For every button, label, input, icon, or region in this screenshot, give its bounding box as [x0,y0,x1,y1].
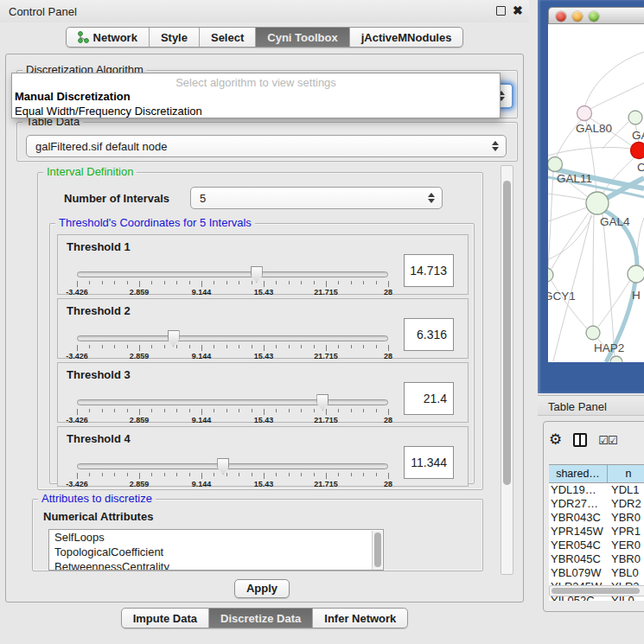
threshold-1-slider-track[interactable] [77,271,388,277]
network-node[interactable] [610,356,622,362]
slider-tick-label: -3.426 [66,480,88,488]
tab-network[interactable]: Network [67,28,150,47]
slider-tick [376,281,377,284]
tab-jactivemnodules[interactable]: jActiveMNodules [350,28,463,47]
slider-tick [114,345,115,348]
table-row[interactable]: YDL19…YDL1 [549,483,644,497]
cell-name[interactable]: YDL1 [608,483,644,497]
column-header-name[interactable]: n [608,465,644,482]
threshold-1-value-field[interactable]: 14.713 [404,254,454,287]
slider-tick [102,473,103,476]
network-node[interactable] [548,268,553,282]
float-window-icon[interactable] [496,6,506,16]
list-item[interactable]: BetweennessCentrality [49,559,383,571]
node-label: GAL11 [557,172,592,185]
numerical-attributes-label: Numerical Attributes [43,510,153,523]
slider-tick [226,281,227,284]
tab-impute-data[interactable]: Impute Data [122,609,209,628]
slider-tick [239,409,239,412]
threshold-2-value-field[interactable]: 6.316 [404,318,454,351]
slider-tick [214,473,214,476]
slider-tick [301,409,302,412]
slider-tick [189,345,190,348]
cell-shared-name[interactable]: YBL079W [549,566,608,580]
cell-shared-name[interactable]: YDR27… [549,497,608,511]
settings-scrollbar-thumb[interactable] [503,181,511,485]
tab-style[interactable]: Style [150,28,200,47]
minimize-traffic-light-icon[interactable] [572,11,583,22]
gear-icon[interactable]: ⚙ [549,432,562,448]
slider-tick-label: 21.715 [314,480,338,488]
table-row[interactable]: YDR27…YDR2 [549,497,644,511]
attributes-scrollbar-thumb[interactable] [374,532,381,567]
algorithm-hint-option[interactable]: Select algorithm to view settings [12,73,500,89]
number-of-intervals-combobox[interactable]: 5 [190,187,443,209]
network-node[interactable] [577,106,592,121]
node-label: GCY1 [548,290,576,303]
cell-name[interactable]: YPR1 [608,525,644,539]
table-row[interactable]: YER054CYER0 [549,539,644,552]
table-row[interactable]: YBR045CYBR0 [549,552,644,566]
algorithm-option-equal-width[interactable]: Equal Width/Frequency Discretization [12,104,500,118]
slider-tick [289,409,290,412]
cell-name[interactable]: YBL0 [608,566,644,580]
list-item[interactable]: SelfLoops [49,530,383,545]
slider-tick [102,345,103,348]
table-row[interactable]: YBR043CYBR0 [549,511,644,525]
cell-shared-name[interactable]: YDL19… [549,483,608,497]
table-horizontal-scrollbar[interactable] [549,585,644,596]
number-of-intervals-value: 5 [200,192,206,205]
cell-shared-name[interactable]: YER054C [549,539,608,552]
cell-name[interactable]: YDR2 [608,497,644,511]
network-graph: GAL80GACGAL11GAL4GCY1HHAP2 [548,24,644,362]
slider-tick-label: -3.426 [66,352,88,360]
select-columns-icon[interactable]: ☑☑ [598,434,616,447]
network-node[interactable] [586,326,600,340]
threshold-3-slider-track[interactable] [77,399,388,405]
attributes-scrollbar[interactable] [372,531,382,571]
network-node[interactable] [586,192,609,214]
tab-infer-network[interactable]: Infer Network [313,609,407,628]
network-node[interactable] [628,111,642,124]
threshold-4-value-field[interactable]: 11.344 [404,446,454,479]
slider-tick [102,409,103,412]
column-header-shared-name[interactable]: shared… [549,465,608,482]
threshold-3-value-field[interactable]: 21.4 [404,382,454,415]
table-row[interactable]: YBL079WYBL0 [549,566,644,580]
algorithm-option-manual[interactable]: Manual Discretization [12,89,500,104]
list-item[interactable]: TopologicalCoefficient [49,545,383,559]
slider-tick [102,281,103,284]
apply-button[interactable]: Apply [234,579,290,598]
cell-shared-name[interactable]: YPR145W [549,525,608,539]
table-rows: YDL19…YDL1YDR27…YDR2YBR043CYBR0YPR145WYP… [549,483,644,601]
threshold-4-slider-track[interactable] [77,463,388,469]
close-traffic-light-icon[interactable] [556,11,566,22]
table-panel: ⚙ ☑☑ shared… n YDL19…YDL1YDR27…YDR2YBR04… [543,421,644,612]
zoom-traffic-light-icon[interactable] [589,11,599,22]
slider-tick [89,281,90,284]
cell-name[interactable]: YBR0 [608,552,644,566]
tab-cyni-toolbox[interactable]: Cyni Toolbox [256,28,349,47]
network-canvas[interactable]: GAL80GACGAL11GAL4GCY1HHAP2 [548,24,644,362]
network-node[interactable] [548,157,563,172]
cell-shared-name[interactable]: YBR043C [549,511,608,525]
slider-tick [376,473,377,476]
table-hscrollbar-thumb[interactable] [552,588,640,594]
tab-select[interactable]: Select [200,28,256,47]
tab-discretize-data[interactable]: Discretize Data [209,609,313,628]
cell-name[interactable]: YER0 [608,539,644,552]
close-icon[interactable]: ✖ [513,3,523,17]
threshold-2-label: Threshold 2 [67,304,131,317]
threshold-2-slider-track[interactable] [77,335,388,341]
numerical-attributes-list[interactable]: SelfLoops TopologicalCoefficient Between… [48,529,384,571]
network-node[interactable] [628,265,644,283]
split-columns-icon[interactable] [573,433,587,447]
table-data-combobox[interactable]: galFiltered.sif default node [26,135,507,157]
settings-scrollbar[interactable] [501,165,513,575]
cell-shared-name[interactable]: YBR045C [549,552,608,566]
cell-name[interactable]: YBR0 [608,511,644,525]
slider-tick [164,345,165,348]
table-row[interactable]: YPR145WYPR1 [549,525,644,539]
network-node[interactable] [631,143,644,159]
slider-tick [301,473,302,476]
